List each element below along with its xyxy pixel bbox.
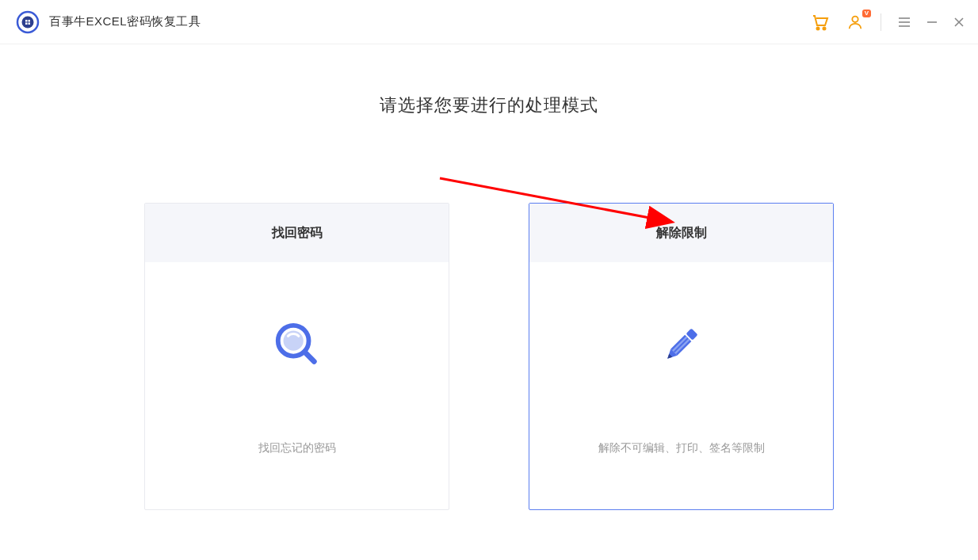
pencil-icon [656, 319, 707, 370]
svg-line-17 [304, 352, 314, 362]
user-icon[interactable]: V [846, 13, 865, 32]
mode-cards: 找回密码 找回忘记的密码 解除限制 [144, 203, 834, 510]
card-recover-title: 找回密码 [145, 204, 449, 262]
card-restriction-title: 解除限制 [529, 204, 833, 262]
app-logo-icon [16, 10, 40, 34]
svg-point-8 [852, 16, 858, 21]
titlebar: 百事牛EXCEL密码恢复工具 V [0, 0, 978, 44]
user-vip-badge: V [862, 10, 871, 17]
svg-rect-4 [25, 22, 28, 25]
card-restriction-desc: 解除不可编辑、打印、签名等限制 [598, 441, 765, 455]
titlebar-left: 百事牛EXCEL密码恢复工具 [16, 10, 201, 34]
svg-point-6 [817, 27, 819, 29]
card-recover-desc: 找回忘记的密码 [258, 441, 336, 455]
menu-icon[interactable] [897, 15, 911, 29]
cart-icon[interactable] [811, 13, 830, 32]
card-remove-restriction[interactable]: 解除限制 解除不可编辑、打印、签名等限制 [529, 203, 834, 510]
divider [881, 13, 881, 31]
minimize-button[interactable] [926, 16, 938, 29]
card-recover-password[interactable]: 找回密码 找回忘记的密码 [144, 203, 449, 510]
page-heading: 请选择您要进行的处理模式 [380, 93, 598, 117]
svg-point-1 [22, 16, 34, 28]
magnifier-icon [272, 319, 323, 370]
svg-rect-2 [25, 20, 28, 22]
svg-rect-5 [29, 22, 31, 25]
main-content: 请选择您要进行的处理模式 找回密码 找回忘记的密码 解除限制 [0, 44, 978, 510]
svg-rect-3 [29, 20, 31, 22]
titlebar-right: V [811, 13, 965, 32]
card-body: 找回忘记的密码 [145, 262, 449, 509]
card-body: 解除不可编辑、打印、签名等限制 [529, 262, 833, 509]
window-controls [897, 15, 965, 29]
svg-point-7 [823, 27, 826, 29]
app-title: 百事牛EXCEL密码恢复工具 [49, 14, 201, 29]
close-button[interactable] [953, 16, 965, 29]
